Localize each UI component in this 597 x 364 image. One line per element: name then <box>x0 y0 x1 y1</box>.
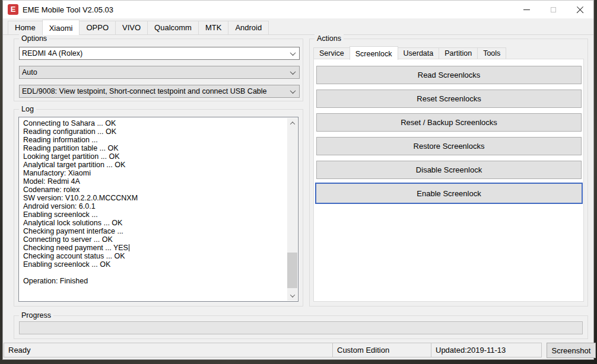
log-line: Model: Redmi 4A <box>23 177 287 186</box>
progress-group: Progress <box>14 315 588 339</box>
disable-screenlock-button[interactable]: Disable Screenlock <box>316 161 582 179</box>
app-window: E EME Mobile Tool V2.05.03 HomeXiaomiOPP… <box>2 0 594 360</box>
log-line: Looking target partition ... OK <box>23 152 287 161</box>
log-group-label: Log <box>19 105 36 113</box>
restore-screenlocks-button[interactable]: Restore Screenlocks <box>316 137 582 155</box>
log-line: Checking payment interface ... <box>23 227 287 235</box>
log-line <box>23 269 287 277</box>
status-bar: Ready Custom Edition Updated:2019-11-13 <box>4 343 542 357</box>
log-line: Manufactory: Xiaomi <box>23 169 287 177</box>
log-line: Connecting to server ... OK <box>23 235 287 244</box>
minimize-icon <box>523 9 530 10</box>
log-lines: Connecting to Sahara ... OKReading confi… <box>19 117 287 301</box>
chevron-down-icon <box>290 292 294 297</box>
connection-select-value: EDL/9008: View testpoint, Short-connect … <box>22 87 267 95</box>
close-button[interactable] <box>567 1 593 18</box>
actions-tab-screenlock[interactable]: Screenlock <box>350 46 398 60</box>
log-group: Log Connecting to Sahara ... OKReading c… <box>14 109 303 306</box>
maximize-button <box>540 1 567 18</box>
reset-backup-screenlocks-button[interactable]: Reset / Backup Screenlocks <box>316 113 582 132</box>
status-text: Ready <box>4 343 333 357</box>
log-output[interactable]: Connecting to Sahara ... OKReading confi… <box>18 117 298 302</box>
tab-mtk[interactable]: MTK <box>198 21 228 34</box>
actions-tab-partition[interactable]: Partition <box>439 47 478 59</box>
log-line: Checking account status ... OK <box>23 252 287 260</box>
app-logo-icon: E <box>8 4 18 15</box>
log-line: Analytical target partition ... OK <box>23 161 287 169</box>
log-line: Reading partition table ... OK <box>23 144 287 152</box>
minimize-button[interactable] <box>513 1 540 18</box>
edition-text: Custom Edition <box>332 343 431 357</box>
actions-tab-userdata[interactable]: Userdata <box>398 47 440 59</box>
tab-vivo[interactable]: VIVO <box>115 21 148 34</box>
tab-qualcomm[interactable]: Qualcomm <box>147 21 199 34</box>
scroll-down-button[interactable] <box>287 290 297 301</box>
actions-tab-bar: ServiceScreenlockUserdataPartitionTools <box>313 47 584 59</box>
updated-text: Updated:2019-11-13 <box>431 343 542 357</box>
log-scrollbar[interactable] <box>287 118 297 301</box>
tab-xiaomi[interactable]: Xiaomi <box>42 20 80 35</box>
chevron-down-icon <box>290 69 296 75</box>
log-line: Operation: Finished <box>23 277 287 285</box>
log-line: Codename: rolex <box>23 186 287 194</box>
actions-group: Actions ServiceScreenlockUserdataPartiti… <box>309 39 588 306</box>
log-line: Reading configuration ... OK <box>23 127 287 136</box>
enable-screenlock-button[interactable]: Enable Screenlock <box>315 183 583 204</box>
tab-android[interactable]: Android <box>228 21 269 34</box>
log-line: Reading information ... <box>23 136 287 144</box>
chevron-up-icon <box>290 122 294 126</box>
device-select[interactable]: REDMI 4A (Rolex) <box>19 47 300 60</box>
read-screenlocks-button[interactable]: Read Screenlocks <box>316 66 582 84</box>
reset-screenlocks-button[interactable]: Reset Screenlocks <box>316 90 582 108</box>
titlebar: E EME Mobile Tool V2.05.03 <box>3 1 593 18</box>
actions-tab-tools[interactable]: Tools <box>477 47 506 59</box>
text-caret <box>129 244 129 251</box>
window-controls <box>513 1 593 18</box>
log-line: Enabling screenlock ... <box>23 210 287 219</box>
log-line: SW version: V10.2.2.0.MCCCNXM <box>23 194 287 202</box>
chevron-down-icon <box>290 50 296 56</box>
log-line: Connecting to Sahara ... OK <box>23 119 287 127</box>
scroll-up-button[interactable] <box>287 118 297 128</box>
progress-group-label: Progress <box>19 311 53 320</box>
window-title: EME Mobile Tool V2.05.03 <box>23 5 113 14</box>
options-group-label: Options <box>19 34 49 43</box>
scrollbar-track[interactable] <box>287 128 297 290</box>
log-line: Checking need payment ... YES <box>23 244 287 252</box>
log-line: Analytical lock solutions ... OK <box>23 219 287 227</box>
actions-tab-service[interactable]: Service <box>313 47 350 59</box>
tab-home[interactable]: Home <box>8 21 43 34</box>
mode-select[interactable]: Auto <box>19 66 300 79</box>
log-line: Android version: 6.0.1 <box>23 202 287 210</box>
connection-select[interactable]: EDL/9008: View testpoint, Short-connect … <box>19 85 300 98</box>
desktop-background: E EME Mobile Tool V2.05.03 HomeXiaomiOPP… <box>0 0 597 364</box>
scrollbar-thumb[interactable] <box>287 253 297 288</box>
options-group: Options REDMI 4A (Rolex) Auto EDL/9008: … <box>14 39 303 101</box>
screenlock-tab-page: Read ScreenlocksReset ScreenlocksReset /… <box>313 59 584 302</box>
screenshot-button[interactable]: Screenshot <box>547 343 596 358</box>
log-line: Enabling screenlock ... OK <box>23 260 287 269</box>
maximize-icon <box>551 7 556 12</box>
chevron-down-icon <box>290 88 296 94</box>
tab-oppo[interactable]: OPPO <box>79 21 116 34</box>
close-icon <box>576 6 584 14</box>
main-tab-bar: HomeXiaomiOPPOVIVOQualcommMTKAndroid <box>3 21 593 35</box>
actions-group-label: Actions <box>315 34 344 43</box>
device-select-value: REDMI 4A (Rolex) <box>22 49 82 58</box>
progress-bar <box>19 321 583 334</box>
mode-select-value: Auto <box>22 68 37 76</box>
